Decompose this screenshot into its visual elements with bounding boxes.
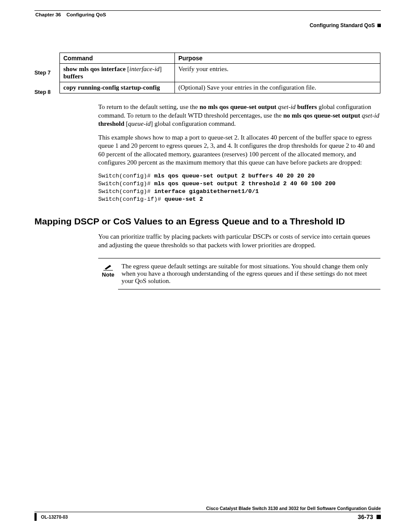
t: qset-id bbox=[277, 103, 297, 110]
body-text: You can prioritize traffic by placing pa… bbox=[98, 233, 380, 249]
chapter-number: Chapter 36 bbox=[35, 12, 61, 17]
section-heading: Mapping DSCP or CoS Values to an Egress … bbox=[34, 216, 381, 227]
t: no mls qos queue-set output bbox=[199, 103, 276, 110]
cell-command: copy running-config startup-config bbox=[60, 82, 175, 93]
body-text: To return to the default setting, use th… bbox=[98, 103, 380, 203]
doc-id: OL-13270-03 bbox=[41, 514, 68, 520]
cmd-bold: copy running-config startup-config bbox=[63, 84, 160, 91]
cell-command: show mls qos interface [interface-id] bu… bbox=[60, 64, 175, 82]
prompt: Switch(config)# bbox=[98, 173, 154, 179]
cmd: interface gigabitethernet1/0/1 bbox=[154, 188, 259, 195]
step-label: Step 8 bbox=[34, 89, 57, 95]
footer-page: 36-73 bbox=[358, 513, 381, 520]
th-command: Command bbox=[60, 53, 175, 64]
footer-title: Cisco Catalyst Blade Switch 3130 and 303… bbox=[34, 506, 381, 512]
note-left: Note bbox=[98, 263, 118, 278]
page-number: 36-73 bbox=[358, 513, 373, 520]
page-footer: Cisco Catalyst Blade Switch 3130 and 303… bbox=[34, 506, 381, 521]
paragraph: This example shows how to map a port to … bbox=[98, 134, 380, 167]
th-purpose: Purpose bbox=[175, 53, 380, 64]
cell-purpose: Verify your entries. bbox=[175, 64, 380, 82]
cmd-italic: interface-id bbox=[129, 65, 159, 72]
chapter-title: Configuring QoS bbox=[66, 12, 106, 17]
note-body: The egress queue default settings are su… bbox=[118, 263, 380, 289]
table-head-row: Command Purpose bbox=[60, 53, 380, 64]
running-header: Chapter 36 Configuring QoS bbox=[34, 12, 381, 17]
step-gutter bbox=[34, 50, 59, 53]
code-block: Switch(config)# mls qos queue-set output… bbox=[98, 172, 380, 204]
table-row: copy running-config startup-config (Opti… bbox=[60, 82, 380, 93]
table-row: show mls qos interface [interface-id] bu… bbox=[60, 64, 380, 82]
t: threshold bbox=[98, 120, 125, 127]
step-label: Step 7 bbox=[34, 70, 57, 76]
header-rule bbox=[34, 10, 381, 11]
paragraph: You can prioritize traffic by placing pa… bbox=[98, 233, 380, 249]
t: To return to the default setting, use th… bbox=[98, 103, 199, 110]
cmd-bold: show mls qos interface bbox=[63, 65, 127, 72]
footer-row: OL-13270-03 36-73 bbox=[34, 513, 381, 521]
header-left: Chapter 36 Configuring QoS bbox=[34, 12, 106, 17]
paragraph: To return to the default setting, use th… bbox=[98, 103, 380, 128]
t: queue-id bbox=[128, 120, 150, 127]
command-table: Command Purpose show mls qos interface [… bbox=[59, 53, 380, 93]
prompt: Switch(config)# bbox=[98, 180, 154, 187]
section-title: Configuring Standard QoS bbox=[310, 22, 375, 28]
footer-doc: OL-13270-03 bbox=[34, 513, 68, 521]
cmd-bold2: buffers bbox=[63, 73, 83, 80]
t: ] global configuration command. bbox=[151, 120, 236, 127]
t: no mls qos queue-set output bbox=[283, 112, 360, 119]
cmd-arg: [interface-id] bbox=[127, 65, 162, 72]
cell-purpose: (Optional) Save your entries in the conf… bbox=[175, 82, 380, 93]
prompt: Switch(config)# bbox=[98, 188, 154, 195]
pencil-icon bbox=[103, 263, 113, 271]
content: Command Purpose show mls qos interface [… bbox=[34, 50, 381, 289]
t: qset-id bbox=[360, 112, 380, 119]
t: buffers bbox=[297, 103, 317, 110]
prompt: Switch(config-if)# bbox=[98, 196, 165, 202]
page: Chapter 36 Configuring QoS Configuring S… bbox=[0, 0, 411, 532]
cmd: mls qos queue-set output 2 threshold 2 4… bbox=[154, 180, 336, 187]
header-right: Configuring Standard QoS bbox=[34, 22, 381, 28]
square-icon bbox=[377, 515, 381, 519]
cmd: mls qos queue-set output 2 buffers 40 20… bbox=[154, 173, 315, 179]
square-icon bbox=[377, 24, 381, 27]
cmd: queue-set 2 bbox=[165, 196, 203, 202]
note-label: Note bbox=[102, 271, 115, 278]
note-block: Note The egress queue default settings a… bbox=[98, 258, 380, 289]
